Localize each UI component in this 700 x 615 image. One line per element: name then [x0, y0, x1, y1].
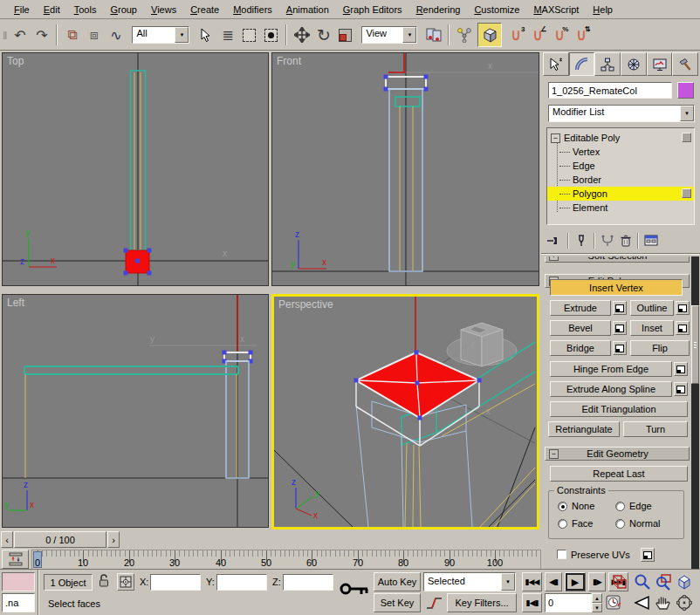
bind-to-spacewarp-icon[interactable]: ∿ [105, 24, 127, 46]
menu-group[interactable]: Group [103, 2, 144, 17]
chevron-down-icon[interactable]: ▼ [175, 27, 189, 43]
spinner-snap-icon[interactable]: ∪⇅ [570, 24, 592, 46]
viewport-perspective[interactable]: Perspective x y [271, 294, 539, 530]
configure-modifier-sets-icon[interactable] [644, 234, 659, 248]
timeline-ruler[interactable]: 0 10 20 30 40 50 60 70 80 90 100 [31, 550, 541, 570]
chevron-down-icon[interactable]: ▼ [501, 573, 515, 591]
angle-snap-toggle-icon[interactable]: ∪∠ [526, 24, 548, 46]
redo-icon[interactable]: ↷ [31, 24, 52, 46]
zoom-extents-all-button[interactable] [611, 573, 628, 591]
time-configuration-button[interactable] [606, 595, 623, 611]
arc-rotate-button[interactable] [676, 594, 693, 612]
use-pivot-point-center-icon[interactable] [422, 24, 444, 46]
select-link-icon[interactable]: ⧉ [61, 24, 83, 46]
extrude-along-spline-settings-button[interactable] [674, 382, 688, 396]
panel-scrollbar-track[interactable] [691, 256, 699, 569]
constraint-none-label[interactable]: None [572, 501, 594, 511]
menu-rendering[interactable]: Rendering [409, 2, 468, 17]
pan-button[interactable] [655, 594, 672, 612]
inset-button[interactable]: Inset [630, 320, 674, 336]
inset-settings-button[interactable] [676, 321, 690, 335]
constraint-edge-label[interactable]: Edge [629, 501, 652, 511]
set-keys-button[interactable] [339, 577, 370, 601]
spinner-up-icon[interactable]: ▲ [592, 593, 602, 603]
key-filters-button[interactable]: Key Filters... [447, 593, 517, 612]
object-color-swatch[interactable] [677, 82, 694, 99]
rollout-header-edit-geometry[interactable]: − Edit Geometry [545, 447, 690, 461]
hinge-settings-button[interactable] [674, 362, 688, 376]
previous-frame-button[interactable]: ◀▮ [545, 572, 562, 591]
selection-lock-icon[interactable] [98, 573, 110, 589]
repeat-last-button[interactable]: Repeat Last [550, 466, 688, 482]
trackbar-prev-button[interactable]: ‹ [1, 531, 13, 548]
maxscript-mini-listener[interactable]: .na [2, 593, 35, 612]
set-key-button[interactable]: Set Key [374, 593, 421, 612]
menu-modifiers[interactable]: Modifiers [226, 2, 279, 17]
macro-recorder-pane[interactable] [2, 572, 35, 591]
viewport-top[interactable]: Top x y x z [2, 52, 269, 286]
menu-views[interactable]: Views [144, 2, 183, 17]
hinge-from-edge-button[interactable]: Hinge From Edge [550, 361, 672, 377]
select-and-rotate-icon[interactable]: ↻ [312, 24, 334, 46]
extrude-settings-button[interactable] [613, 301, 627, 315]
absolute-offset-toggle[interactable] [117, 573, 134, 591]
zoom-button[interactable] [634, 573, 651, 591]
select-and-scale-icon[interactable] [334, 24, 356, 46]
rollout-header-soft-selection[interactable]: + Soft Selection [545, 256, 690, 263]
stack-item-edge[interactable]: Edge [547, 159, 694, 173]
key-mode-dropdown[interactable]: Selected ▼ [423, 572, 516, 591]
tab-modify[interactable] [569, 52, 595, 76]
x-coordinate-field[interactable] [150, 574, 201, 591]
y-coordinate-field[interactable] [216, 574, 267, 591]
field-of-view-button[interactable] [634, 595, 651, 611]
go-to-start-button[interactable]: ▮◀◀ [522, 572, 542, 591]
select-by-name-icon[interactable]: ≣ [216, 24, 238, 46]
modifier-list-dropdown[interactable]: Modifier List ▼ [548, 105, 695, 122]
angle-snap-3d-icon[interactable]: ∪3 [504, 24, 526, 46]
zoom-extents-button[interactable] [676, 573, 693, 591]
spinner-down-icon[interactable]: ▼ [592, 603, 602, 612]
menu-tools[interactable]: Tools [67, 2, 104, 17]
turn-button[interactable]: Turn [623, 421, 688, 437]
menu-maxscript[interactable]: MAXScript [526, 2, 586, 17]
bridge-button[interactable]: Bridge [550, 340, 611, 356]
panel-scrollbar-thumb[interactable] [691, 305, 699, 384]
menu-customize[interactable]: Customize [467, 2, 526, 17]
default-in-out-tangents-button[interactable] [425, 595, 444, 611]
object-name-field[interactable]: 1_0256_RemateCol [548, 82, 672, 99]
stack-item-element[interactable]: Element [547, 201, 694, 215]
current-frame-field[interactable]: 0 [545, 593, 592, 612]
time-slider[interactable]: 0 / 100 [14, 531, 106, 548]
make-unique-icon[interactable] [600, 234, 614, 248]
constraint-normal-radio[interactable] [615, 519, 625, 529]
menu-edit[interactable]: Edit [37, 2, 67, 17]
bridge-settings-button[interactable] [613, 341, 627, 355]
z-coordinate-field[interactable] [283, 574, 333, 591]
key-mode-toggle-button[interactable]: ▮◀▮ [522, 593, 542, 612]
zoom-all-button[interactable] [655, 573, 672, 591]
outline-settings-button[interactable] [676, 301, 690, 315]
tab-hierarchy[interactable] [594, 52, 621, 76]
show-end-result-icon[interactable] [574, 234, 588, 248]
retriangulate-button[interactable]: Retriangulate [548, 421, 620, 437]
select-and-move-icon[interactable] [291, 24, 312, 46]
expand-icon[interactable]: + [549, 256, 559, 261]
collapse-minus-icon[interactable]: − [551, 133, 560, 143]
pin-stack-icon[interactable] [546, 234, 562, 248]
percent-snap-icon[interactable]: ∪% [548, 24, 570, 46]
select-and-manipulate-icon[interactable] [453, 24, 475, 46]
stack-onoff-toggle[interactable] [682, 133, 691, 142]
window-crossing-icon[interactable] [260, 24, 282, 46]
stack-item-polygon-selected[interactable]: Polygon [547, 187, 694, 201]
menu-animation[interactable]: Animation [279, 2, 336, 17]
select-object-icon[interactable] [195, 24, 216, 46]
viewport-left-label[interactable]: Left [7, 297, 24, 309]
viewport-perspective-label[interactable]: Perspective [278, 298, 333, 311]
chevron-down-icon[interactable]: ▼ [402, 27, 416, 43]
flip-button[interactable]: Flip [630, 340, 690, 356]
collapse-icon[interactable]: − [549, 449, 559, 459]
preserve-uvs-checkbox[interactable] [557, 550, 566, 559]
constraint-none-radio[interactable] [558, 502, 567, 511]
tab-create[interactable] [543, 52, 569, 76]
insert-vertex-button[interactable]: Insert Vertex [550, 279, 683, 296]
